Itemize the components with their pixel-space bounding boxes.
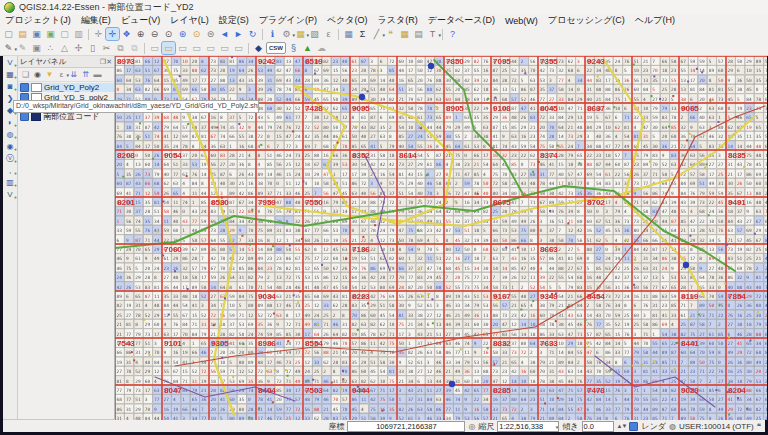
deselect-features-icon[interactable]: ▧ xyxy=(308,28,321,40)
move-feature-icon[interactable]: ✢ xyxy=(72,42,85,54)
menu-layer[interactable]: レイヤ(L) xyxy=(165,14,214,27)
rotate-label-icon[interactable]: ▭ xyxy=(218,42,231,54)
render-checkbox[interactable] xyxy=(629,422,638,431)
coordinate-input[interactable]: 1069721,2166387 xyxy=(347,421,465,432)
menu-web[interactable]: Web(W) xyxy=(500,16,543,26)
menu-project[interactable]: プロジェクト(J) xyxy=(0,14,76,27)
show-hide-labels-icon[interactable]: ▭ xyxy=(190,42,203,54)
paste-features-icon[interactable]: ⧉ xyxy=(128,42,141,54)
extents-toggle-icon[interactable]: ◎ xyxy=(468,422,475,431)
zoom-to-selection-icon[interactable]: ⊙ xyxy=(190,28,203,40)
collapse-all-icon[interactable]: ⇈ xyxy=(80,69,91,80)
new-composer-icon[interactable]: ▢ xyxy=(58,28,71,40)
remove-layer-icon[interactable]: ▬ xyxy=(92,69,103,80)
add-vector-layer-icon[interactable]: V xyxy=(4,57,16,69)
add-oracle-layer-icon[interactable]: ◗ xyxy=(4,117,16,129)
rotation-label: 傾き xyxy=(562,421,578,432)
grass-tools-icon[interactable]: ☁ xyxy=(315,42,328,54)
rotation-spinbox[interactable]: 0.0 xyxy=(582,421,614,432)
add-virtual-layer-icon[interactable]: ▥ xyxy=(4,177,16,189)
open-project-icon[interactable]: ▤ xyxy=(16,28,29,40)
new-project-icon[interactable]: ▢ xyxy=(2,28,15,40)
close-panel-icon[interactable]: ✕ xyxy=(106,58,112,65)
menu-view[interactable]: ビュー(V) xyxy=(116,14,165,27)
delete-selected-icon[interactable]: ▯ xyxy=(86,42,99,54)
new-shapefile-layer-icon[interactable]: V xyxy=(4,189,16,201)
crs-status-text[interactable]: USER:100014 (OTF) xyxy=(679,422,754,431)
select-features-icon[interactable]: ▦▾ xyxy=(294,28,307,40)
add-wcs-layer-icon[interactable]: ◉ xyxy=(4,141,16,153)
layer-checkbox[interactable] xyxy=(20,112,29,121)
menu-vector[interactable]: ベクタ(O) xyxy=(322,14,373,27)
select-by-expression-icon[interactable]: ε xyxy=(322,28,335,40)
toolbar-separator xyxy=(88,29,89,40)
metasearch-icon[interactable]: ◆ xyxy=(252,42,265,54)
zoom-next-icon[interactable]: ► xyxy=(232,28,245,40)
help-icon[interactable]: ? xyxy=(446,28,459,40)
crs-status-icon[interactable]: ◍ xyxy=(669,422,676,431)
zoom-in-icon[interactable]: ⊕ xyxy=(134,28,147,40)
processing-toolbox-icon[interactable]: ▲ xyxy=(301,42,314,54)
menu-plugins[interactable]: プラグイン(P) xyxy=(254,14,322,27)
add-postgis-layer-icon[interactable]: ◙ xyxy=(4,81,16,93)
add-raster-layer-icon[interactable]: ▦ xyxy=(4,69,16,81)
node-tool-icon[interactable]: △ xyxy=(58,42,71,54)
change-label-icon[interactable]: ▭ xyxy=(232,42,245,54)
layer-label[interactable]: Grid_YD_Poly2 xyxy=(44,83,99,92)
refresh-icon[interactable]: ↻ xyxy=(246,28,259,40)
expand-all-icon[interactable]: ⇊ xyxy=(68,69,79,80)
pan-to-selection-icon[interactable]: ❖ xyxy=(120,28,133,40)
add-feature-icon[interactable]: ∴ xyxy=(44,42,57,54)
messages-icon[interactable]: ❝ xyxy=(757,422,761,431)
filter-legend-icon[interactable]: ▼ xyxy=(44,69,55,80)
move-label-icon[interactable]: ▭ xyxy=(204,42,217,54)
statistics-icon[interactable]: Σ xyxy=(356,28,369,40)
menu-edit[interactable]: 編集(E) xyxy=(76,14,116,27)
python-console-icon[interactable]: § xyxy=(287,42,300,54)
copy-features-icon[interactable]: ⧉ xyxy=(114,42,127,54)
pin-unpin-labels-icon[interactable]: ▭ xyxy=(176,42,189,54)
menu-help[interactable]: ヘルプ(H) xyxy=(630,14,680,27)
layer-item-grid-yd-poly2[interactable]: Grid_YD_Poly2 xyxy=(18,83,114,92)
menu-settings[interactable]: 設定(S) xyxy=(214,14,254,27)
save-project-icon[interactable]: ▣ xyxy=(30,28,43,40)
new-bookmark-icon[interactable]: ▦ xyxy=(398,28,411,40)
manage-visibility-icon[interactable]: ◉ xyxy=(32,69,43,80)
add-wms-layer-icon[interactable]: ◍ xyxy=(4,129,16,141)
identify-icon[interactable]: ℹ xyxy=(266,28,279,40)
toggle-editing-icon[interactable]: ✎ xyxy=(16,42,29,54)
label-icon[interactable]: ▭ xyxy=(162,42,175,54)
zoom-native-icon[interactable]: ⊙ xyxy=(162,28,175,40)
pan-map-icon[interactable]: ✛ xyxy=(106,28,119,40)
text-annotation-icon[interactable]: T▾ xyxy=(426,28,439,40)
scale-combobox[interactable]: 1:22,516,338▾ xyxy=(497,421,559,432)
open-layer-styling-icon[interactable]: ❏ xyxy=(20,69,31,80)
layer-checkbox[interactable] xyxy=(20,83,29,92)
layer-item-base[interactable]: 南部位置コード xyxy=(18,112,114,121)
show-bookmarks-icon[interactable]: ▤ xyxy=(412,28,425,40)
expression-filter-icon[interactable]: ε▾ xyxy=(56,69,67,80)
composer-manager-icon[interactable]: ▥ xyxy=(72,28,85,40)
highlight-pinned-labels-icon[interactable]: ▭ xyxy=(148,42,161,54)
map-tips-icon[interactable]: ❝ xyxy=(384,28,397,40)
menu-raster[interactable]: ラスタ(R) xyxy=(373,14,423,27)
menu-processing[interactable]: プロセッシング(C) xyxy=(543,14,630,27)
save-project-as-icon[interactable]: ▣ xyxy=(44,28,57,40)
zoom-full-icon[interactable]: ⊛ xyxy=(176,28,189,40)
zoom-out-icon[interactable]: ⊖ xyxy=(148,28,161,40)
spinner-arrows-icon[interactable]: ▲▼ xyxy=(617,423,627,429)
toolbar-separator xyxy=(262,29,263,40)
add-delimited-text-icon[interactable]: , xyxy=(4,165,16,177)
zoom-to-layer-icon[interactable]: ⊜ xyxy=(204,28,217,40)
run-feature-action-icon[interactable]: ⚙▾ xyxy=(280,28,293,40)
touch-zoom-icon[interactable]: ✛ xyxy=(92,28,105,40)
csw-search-button[interactable]: CSW xyxy=(266,42,286,54)
menu-database[interactable]: データベース(D) xyxy=(423,14,500,27)
add-wfs-layer-icon[interactable]: Ⓥ xyxy=(4,153,16,165)
attribute-table-icon[interactable]: ▦ xyxy=(342,28,355,40)
zoom-last-icon[interactable]: ◄ xyxy=(218,28,231,40)
cut-features-icon[interactable]: ✂ xyxy=(100,42,113,54)
current-edits-icon[interactable]: ✎▾ xyxy=(2,42,15,54)
save-layer-edits-icon[interactable]: ▣ xyxy=(30,42,43,54)
measure-icon[interactable]: ╱▾ xyxy=(370,28,383,40)
